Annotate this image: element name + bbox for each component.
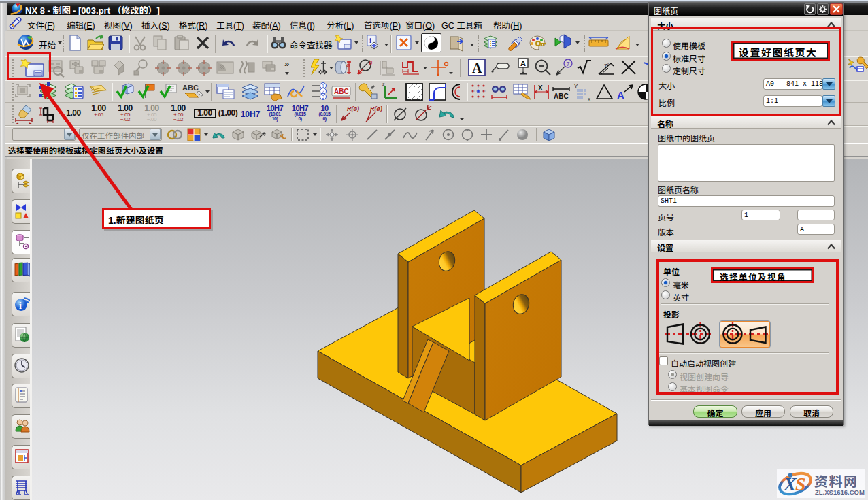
svg-text:ABC: ABC — [554, 93, 569, 100]
svg-text:3: 3 — [322, 95, 324, 99]
svg-text:ZL.XS1616.COM: ZL.XS1616.COM — [815, 488, 865, 496]
svg-text:A: A — [472, 61, 482, 76]
svg-text:X: X — [538, 84, 543, 92]
svg-text:ø: ø — [369, 59, 373, 66]
svg-text:7°: 7° — [604, 63, 610, 69]
svg-text:i: i — [19, 301, 22, 311]
svg-text:资料网: 资料网 — [814, 474, 858, 489]
svg-text:Y: Y — [574, 83, 578, 89]
svg-text:A: A — [617, 89, 624, 101]
svg-text:x: x — [588, 96, 590, 101]
svg-text:R(ø): R(ø) — [347, 105, 359, 112]
svg-text:ABC: ABC — [334, 88, 349, 95]
svg-text:1: 1 — [322, 84, 324, 88]
svg-text:i: i — [369, 36, 371, 44]
svg-text:2: 2 — [322, 89, 324, 94]
svg-text:R(ø): R(ø) — [370, 105, 382, 112]
svg-text:A: A — [520, 59, 526, 67]
svg-text:S: S — [795, 473, 806, 495]
svg-text:z: z — [382, 82, 385, 86]
svg-text:ø: ø — [346, 62, 350, 69]
svg-text:7: 7 — [567, 61, 570, 67]
